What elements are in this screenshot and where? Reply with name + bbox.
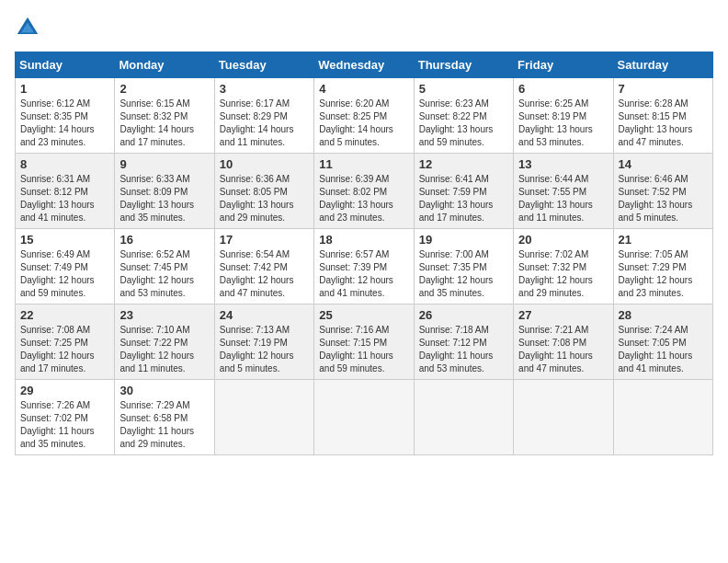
calendar-day-21: 21 Sunrise: 7:05 AM Sunset: 7:29 PM Dayl…	[613, 229, 712, 304]
day-info: Sunrise: 6:17 AM Sunset: 8:29 PM Dayligh…	[220, 98, 309, 149]
empty-day-cell	[214, 380, 313, 455]
day-number: 6	[518, 82, 608, 96]
calendar-table: SundayMondayTuesdayWednesdayThursdayFrid…	[15, 52, 713, 455]
day-number: 10	[220, 157, 309, 171]
calendar-day-15: 15 Sunrise: 6:49 AM Sunset: 7:49 PM Dayl…	[16, 229, 115, 304]
day-info: Sunrise: 7:05 AM Sunset: 7:29 PM Dayligh…	[619, 248, 708, 300]
day-info: Sunrise: 7:10 AM Sunset: 7:22 PM Dayligh…	[119, 324, 209, 375]
calendar-day-24: 24 Sunrise: 7:13 AM Sunset: 7:19 PM Dayl…	[214, 304, 313, 380]
calendar-day-1: 1 Sunrise: 6:12 AM Sunset: 8:35 PM Dayli…	[16, 78, 115, 154]
day-number: 11	[319, 157, 408, 171]
calendar-day-18: 18 Sunrise: 6:57 AM Sunset: 7:39 PM Dayl…	[314, 229, 414, 304]
calendar-day-13: 13 Sunrise: 6:44 AM Sunset: 7:55 PM Dayl…	[514, 154, 613, 229]
day-number: 23	[119, 308, 209, 322]
day-info: Sunrise: 7:24 AM Sunset: 7:05 PM Dayligh…	[619, 324, 708, 375]
day-number: 17	[220, 233, 309, 247]
weekday-header-wednesday: Wednesday	[314, 52, 414, 78]
calendar-day-22: 22 Sunrise: 7:08 AM Sunset: 7:25 PM Dayl…	[16, 304, 115, 380]
day-number: 13	[518, 157, 608, 171]
calendar-day-29: 29 Sunrise: 7:26 AM Sunset: 7:02 PM Dayl…	[16, 380, 115, 455]
calendar-day-30: 30 Sunrise: 7:29 AM Sunset: 6:58 PM Dayl…	[115, 380, 214, 455]
day-info: Sunrise: 6:12 AM Sunset: 8:35 PM Dayligh…	[20, 98, 109, 149]
calendar-day-2: 2 Sunrise: 6:15 AM Sunset: 8:32 PM Dayli…	[115, 78, 214, 154]
calendar-day-28: 28 Sunrise: 7:24 AM Sunset: 7:05 PM Dayl…	[613, 304, 712, 380]
empty-day-cell	[514, 380, 613, 455]
day-info: Sunrise: 7:21 AM Sunset: 7:08 PM Dayligh…	[518, 324, 608, 375]
day-number: 25	[319, 308, 408, 322]
day-info: Sunrise: 7:13 AM Sunset: 7:19 PM Dayligh…	[220, 324, 309, 375]
day-info: Sunrise: 6:39 AM Sunset: 8:02 PM Dayligh…	[319, 173, 408, 224]
calendar-day-4: 4 Sunrise: 6:20 AM Sunset: 8:25 PM Dayli…	[314, 78, 414, 154]
empty-day-cell	[613, 380, 712, 455]
day-info: Sunrise: 7:00 AM Sunset: 7:35 PM Dayligh…	[419, 248, 508, 300]
calendar-day-3: 3 Sunrise: 6:17 AM Sunset: 8:29 PM Dayli…	[214, 78, 313, 154]
day-number: 19	[419, 233, 508, 247]
day-info: Sunrise: 7:18 AM Sunset: 7:12 PM Dayligh…	[419, 324, 508, 375]
calendar-day-9: 9 Sunrise: 6:33 AM Sunset: 8:09 PM Dayli…	[115, 154, 214, 229]
weekday-header-tuesday: Tuesday	[214, 52, 313, 78]
weekday-header-saturday: Saturday	[613, 52, 712, 78]
day-number: 24	[220, 308, 309, 322]
calendar-day-6: 6 Sunrise: 6:25 AM Sunset: 8:19 PM Dayli…	[514, 78, 613, 154]
calendar-week-row: 8 Sunrise: 6:31 AM Sunset: 8:12 PM Dayli…	[16, 154, 713, 229]
weekday-header-friday: Friday	[514, 52, 613, 78]
empty-day-cell	[414, 380, 513, 455]
day-info: Sunrise: 7:16 AM Sunset: 7:15 PM Dayligh…	[319, 324, 408, 375]
day-info: Sunrise: 7:26 AM Sunset: 7:02 PM Dayligh…	[20, 399, 109, 451]
day-number: 26	[419, 308, 508, 322]
calendar-day-26: 26 Sunrise: 7:18 AM Sunset: 7:12 PM Dayl…	[414, 304, 513, 380]
calendar-day-20: 20 Sunrise: 7:02 AM Sunset: 7:32 PM Dayl…	[514, 229, 613, 304]
calendar-day-19: 19 Sunrise: 7:00 AM Sunset: 7:35 PM Dayl…	[414, 229, 513, 304]
day-info: Sunrise: 6:28 AM Sunset: 8:15 PM Dayligh…	[619, 98, 708, 149]
weekday-header-monday: Monday	[115, 52, 214, 78]
day-info: Sunrise: 6:33 AM Sunset: 8:09 PM Dayligh…	[119, 173, 209, 224]
day-number: 15	[20, 233, 109, 247]
day-number: 12	[419, 157, 508, 171]
day-number: 14	[619, 157, 708, 171]
day-number: 5	[419, 82, 508, 96]
calendar-day-11: 11 Sunrise: 6:39 AM Sunset: 8:02 PM Dayl…	[314, 154, 414, 229]
day-number: 3	[220, 82, 309, 96]
day-info: Sunrise: 6:15 AM Sunset: 8:32 PM Dayligh…	[119, 98, 209, 149]
day-number: 29	[20, 384, 109, 397]
day-info: Sunrise: 6:46 AM Sunset: 7:52 PM Dayligh…	[619, 173, 708, 224]
empty-day-cell	[314, 380, 414, 455]
calendar-week-row: 15 Sunrise: 6:49 AM Sunset: 7:49 PM Dayl…	[16, 229, 713, 304]
calendar-week-row: 1 Sunrise: 6:12 AM Sunset: 8:35 PM Dayli…	[16, 78, 713, 154]
day-info: Sunrise: 7:02 AM Sunset: 7:32 PM Dayligh…	[518, 248, 608, 300]
day-number: 20	[518, 233, 608, 247]
day-number: 4	[319, 82, 408, 96]
day-info: Sunrise: 7:08 AM Sunset: 7:25 PM Dayligh…	[20, 324, 109, 375]
day-number: 1	[20, 82, 109, 96]
calendar-day-25: 25 Sunrise: 7:16 AM Sunset: 7:15 PM Dayl…	[314, 304, 414, 380]
day-number: 8	[20, 157, 109, 171]
day-number: 22	[20, 308, 109, 322]
day-number: 30	[119, 384, 209, 397]
day-number: 28	[619, 308, 708, 322]
calendar-day-10: 10 Sunrise: 6:36 AM Sunset: 8:05 PM Dayl…	[214, 154, 313, 229]
day-number: 27	[518, 308, 608, 322]
day-number: 9	[119, 157, 209, 171]
calendar-day-23: 23 Sunrise: 7:10 AM Sunset: 7:22 PM Dayl…	[115, 304, 214, 380]
weekday-header-thursday: Thursday	[414, 52, 513, 78]
day-info: Sunrise: 7:29 AM Sunset: 6:58 PM Dayligh…	[119, 399, 209, 451]
day-info: Sunrise: 6:57 AM Sunset: 7:39 PM Dayligh…	[319, 248, 408, 300]
calendar-week-row: 22 Sunrise: 7:08 AM Sunset: 7:25 PM Dayl…	[16, 304, 713, 380]
day-number: 16	[119, 233, 209, 247]
day-info: Sunrise: 6:49 AM Sunset: 7:49 PM Dayligh…	[20, 248, 109, 300]
calendar-day-8: 8 Sunrise: 6:31 AM Sunset: 8:12 PM Dayli…	[16, 154, 115, 229]
day-info: Sunrise: 6:54 AM Sunset: 7:42 PM Dayligh…	[220, 248, 309, 300]
calendar-day-16: 16 Sunrise: 6:52 AM Sunset: 7:45 PM Dayl…	[115, 229, 214, 304]
day-info: Sunrise: 6:41 AM Sunset: 7:59 PM Dayligh…	[419, 173, 508, 224]
day-info: Sunrise: 6:23 AM Sunset: 8:22 PM Dayligh…	[419, 98, 508, 149]
calendar-day-14: 14 Sunrise: 6:46 AM Sunset: 7:52 PM Dayl…	[613, 154, 712, 229]
logo-icon	[15, 15, 40, 40]
day-info: Sunrise: 6:25 AM Sunset: 8:19 PM Dayligh…	[518, 98, 608, 149]
day-info: Sunrise: 6:31 AM Sunset: 8:12 PM Dayligh…	[20, 173, 109, 224]
day-info: Sunrise: 6:44 AM Sunset: 7:55 PM Dayligh…	[518, 173, 608, 224]
calendar-day-12: 12 Sunrise: 6:41 AM Sunset: 7:59 PM Dayl…	[414, 154, 513, 229]
calendar-day-17: 17 Sunrise: 6:54 AM Sunset: 7:42 PM Dayl…	[214, 229, 313, 304]
calendar-week-row: 29 Sunrise: 7:26 AM Sunset: 7:02 PM Dayl…	[16, 380, 713, 455]
day-number: 7	[619, 82, 708, 96]
calendar-day-27: 27 Sunrise: 7:21 AM Sunset: 7:08 PM Dayl…	[514, 304, 613, 380]
